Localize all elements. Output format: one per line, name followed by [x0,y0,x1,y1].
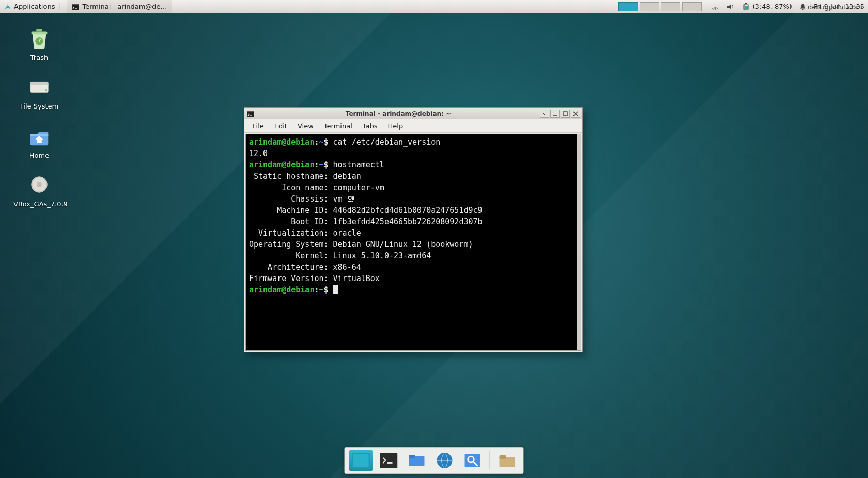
dock-item-web-browser[interactable] [433,450,457,471]
menu-divider-icon: ┊ [57,3,63,10]
dock-item-file-manager[interactable] [405,450,429,471]
dock-item-home-folder[interactable] [495,450,519,471]
svg-rect-19 [353,454,369,467]
desktop-icon-home[interactable]: Home [13,124,65,160]
svg-point-11 [45,89,48,91]
terminal-output: arindam@debian:~$ cat /etc/debian_versio… [249,136,578,296]
svg-rect-22 [409,455,415,458]
filesystem-icon [27,74,52,99]
menu-edit[interactable]: Edit [269,120,292,131]
dock-item-app-finder[interactable] [461,450,485,471]
file-manager-icon [408,453,426,468]
terminal-menubar: FileEditViewTerminalTabsHelp [244,119,582,133]
watermark-text: debugpoint.com [808,3,862,11]
vbox-ga-icon [27,172,52,197]
menu-terminal[interactable]: Terminal [319,120,358,131]
app-finder-icon [464,453,482,468]
dock-separator [490,451,490,470]
desktop-icon-trash[interactable]: Trash [13,26,65,62]
terminal-icon [246,110,255,118]
taskbar-item-label: Terminal - arindam@de… [82,3,167,10]
desktop-icon-filesystem[interactable]: File System [13,74,65,111]
menu-tabs[interactable]: Tabs [358,120,383,131]
svg-rect-10 [30,82,49,85]
terminal-window: Terminal - arindam@debian: ~ FileEditVie… [244,107,583,352]
battery-indicator[interactable]: (3:48, 87%) [738,3,796,11]
menu-help[interactable]: Help [383,120,409,131]
dock [345,447,524,474]
desktop-icons: Trash File System Home VBox_GAs_7.0.9 [13,26,65,221]
svg-point-13 [37,182,42,187]
watermark: debugpoint.com [804,2,866,11]
window-minimize-button[interactable] [550,110,560,118]
dock-item-show-desktop[interactable] [349,450,373,471]
workspace-3[interactable] [661,2,680,11]
svg-rect-16 [247,111,254,112]
applications-menu-label: Applications [14,3,55,10]
terminal-body[interactable]: arindam@debian:~$ cat /etc/debian_versio… [245,134,581,351]
workspace-switcher[interactable] [615,0,705,13]
menu-view[interactable]: View [292,120,319,131]
network-indicator[interactable] [707,3,723,11]
workspace-4[interactable] [682,2,702,11]
dock-item-terminal[interactable] [377,450,401,471]
window-titlebar[interactable]: Terminal - arindam@debian: ~ [244,108,582,119]
home-icon [27,124,52,148]
web-browser-icon [436,452,454,469]
svg-rect-8 [36,29,42,32]
top-panel: Applications ┊ Terminal - arindam@de… [0,0,868,13]
svg-rect-7 [32,32,48,35]
network-icon [711,3,719,11]
svg-point-3 [715,9,716,10]
desktop-icon-label: Trash [13,54,65,62]
svg-rect-20 [380,453,398,468]
home-folder-icon [499,453,516,468]
terminal-scrollbar[interactable] [577,134,581,350]
battery-text: (3:48, 87%) [752,3,792,10]
window-maximize-button[interactable] [561,110,570,118]
trash-icon [27,26,52,51]
desktop-icon-label: File System [13,102,65,111]
battery-icon [742,3,750,11]
desktop-icon-vbox-ga[interactable]: VBox_GAs_7.0.9 [13,172,65,208]
volume-icon [726,3,735,11]
workspace-1[interactable] [618,2,638,11]
applications-menu[interactable]: Applications ┊ [0,0,67,13]
maximize-icon [563,111,568,116]
volume-indicator[interactable] [723,3,738,11]
terminal-icon [71,3,80,11]
close-icon [573,111,578,116]
show-desktop-icon [352,453,370,468]
terminal-icon [380,453,398,468]
window-keep-above-button[interactable] [540,110,549,118]
taskbar-item-terminal[interactable]: Terminal - arindam@de… [67,0,172,13]
chevron-down-icon [542,111,547,116]
window-close-button[interactable] [571,110,580,118]
svg-rect-24 [465,454,481,467]
svg-point-0 [7,4,8,5]
minimize-icon [552,111,557,116]
svg-rect-6 [745,6,748,9]
window-title: Terminal - arindam@debian: ~ [258,110,539,117]
desktop-icon-label: Home [13,151,65,160]
svg-rect-27 [500,455,506,459]
workspace-2[interactable] [640,2,659,11]
svg-rect-2 [72,4,79,5]
desktop-icon-label: VBox_GAs_7.0.9 [13,200,65,208]
menu-file[interactable]: File [247,120,269,131]
svg-rect-17 [563,112,567,116]
xfce-logo-icon [4,3,11,10]
svg-rect-5 [745,3,747,4]
